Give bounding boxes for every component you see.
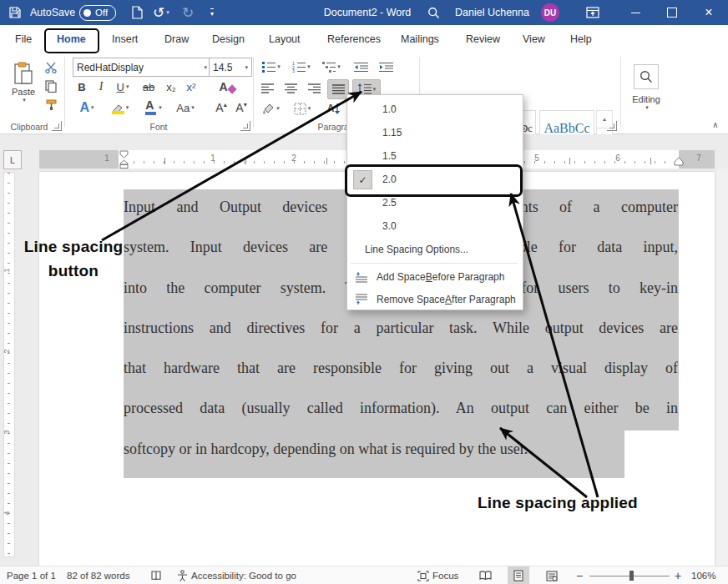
proofing-icon[interactable] [150,566,162,584]
change-case-button[interactable]: Aa▾ [170,98,200,117]
grow-arrow-icon: ▴ [224,101,227,108]
vertical-scrollbar[interactable] [716,169,728,566]
menu-item-2.0[interactable]: ✓ 2.0 [348,168,520,191]
word-count[interactable]: 82 of 82 words [67,566,129,584]
tab-review[interactable]: Review [464,25,502,53]
decrease-indent-button[interactable] [351,58,371,75]
shrink-font-button[interactable]: A▾ [232,98,250,117]
focus-button[interactable]: Focus [417,566,458,584]
sort-button[interactable]: A [322,100,346,117]
user-name[interactable]: Daniel Uchenna [455,0,529,25]
ruler-number: 1 [210,154,215,163]
accessibility-icon [177,570,188,581]
redo-button[interactable]: ↻ [182,0,194,25]
document-line: that hardware that are responsible for g… [124,348,678,388]
bullets-button[interactable]: ▾ [259,58,284,75]
zoom-slider-thumb[interactable] [629,571,634,581]
font-size-combo[interactable]: 14.5▾ [209,58,252,77]
remove-space-after-icon [355,294,368,305]
tab-view[interactable]: View [521,25,547,53]
font-color-button[interactable]: A ▾ [139,98,167,117]
font-name-value: RedHatDisplay [77,62,144,73]
paste-chevron-icon: ▾ [23,97,26,103]
italic-button[interactable]: I [94,78,109,95]
menu-item-2.5[interactable]: 2.5 [348,191,520,214]
tab-file[interactable]: File [13,25,33,53]
print-layout-button[interactable] [508,566,529,584]
text-effects-button[interactable]: A▾ [73,98,100,117]
web-layout-button[interactable] [541,566,563,584]
tab-stop-selector[interactable]: L [3,150,22,169]
menu-item-1.0[interactable]: 1.0 [348,98,520,121]
borders-button[interactable]: ▾ [289,100,316,117]
numbering-button[interactable]: 123▾ [289,58,314,75]
search-icon[interactable] [427,0,440,25]
underline-button[interactable]: U▾ [110,78,135,95]
save-icon[interactable] [8,0,22,25]
maximize-button[interactable] [658,0,686,25]
tab-references[interactable]: References [326,25,382,53]
vertical-ruler[interactable]: 1 2 3 4 [3,172,15,557]
format-painter-button[interactable] [42,97,60,112]
new-document-icon[interactable] [132,0,143,25]
right-indent-marker[interactable] [672,158,685,169]
align-right-button[interactable] [304,79,324,98]
subscript-button[interactable]: x₂ [162,78,180,95]
tab-mailings[interactable]: Mailings [399,25,441,53]
ribbon-display-options-icon[interactable] [586,0,599,25]
zoom-out-button[interactable]: − [576,566,583,584]
menu-item-remove-space-after[interactable]: Remove Space After Paragraph [348,288,520,311]
tab-insert[interactable]: Insert [110,25,139,53]
menu-item-add-space-before[interactable]: Add Space Before Paragraph [348,265,520,289]
shading-button[interactable]: ▾ [257,100,284,117]
tab-design[interactable]: Design [210,25,246,53]
highlight-button[interactable]: ▾ [105,98,134,117]
align-left-button[interactable] [257,79,277,98]
tab-help[interactable]: Help [569,25,594,53]
copy-button[interactable] [42,78,60,93]
grow-font-button[interactable]: A▴ [212,98,230,117]
tab-home[interactable]: Home [55,25,88,53]
annotation-line-spacing-applied: Line spacing applied [478,494,638,512]
avatar[interactable]: DU [541,0,559,25]
page-indicator[interactable]: Page 1 of 1 [7,566,56,584]
bold-button[interactable]: B [73,78,90,95]
zoom-level[interactable]: 106% [691,566,715,584]
multilevel-list-button[interactable]: ▾ [319,58,344,75]
multilevel-list-icon [322,61,336,73]
zoom-slider[interactable] [589,566,670,584]
editing-chevron-icon: ▾ [645,104,649,111]
bullets-chevron-icon: ▾ [277,63,281,70]
undo-button[interactable]: ↺▾ [153,0,169,25]
strikethrough-button[interactable]: ab [139,78,159,95]
align-center-button[interactable] [281,79,301,98]
align-right-icon [308,83,321,94]
menu-item-line-spacing-options[interactable]: Line Spacing Options... [348,238,520,261]
clear-formatting-button[interactable]: A [215,78,239,95]
read-mode-button[interactable] [474,566,496,584]
paste-button[interactable]: Paste ▾ [7,57,40,108]
increase-indent-button[interactable] [376,58,396,75]
menu-item-1.15[interactable]: 1.15 [348,121,520,144]
minimize-button[interactable] [621,0,650,25]
editing-button[interactable]: Editing ▾ [628,58,665,117]
menu-item-3.0[interactable]: 3.0 [348,214,520,238]
font-name-combo[interactable]: RedHatDisplay▾ [73,58,211,77]
styles-dialog-launcher[interactable] [607,121,617,131]
quick-access-more-icon[interactable]: ▾ [210,0,214,25]
cut-button[interactable] [42,60,60,75]
close-button[interactable]: × [695,0,723,25]
menu-item-1.5[interactable]: 1.5 [348,144,520,168]
zoom-in-button[interactable]: + [675,566,681,584]
clipboard-dialog-launcher[interactable] [52,121,62,131]
tab-layout[interactable]: Layout [267,25,302,53]
font-dialog-launcher[interactable] [240,121,250,131]
vruler-number: 2 [3,349,11,353]
accessibility-status[interactable]: Accessibility: Good to go [177,566,296,584]
collapse-ribbon-button[interactable]: ∧ [708,118,723,130]
superscript-button[interactable]: x² [182,78,200,95]
tab-draw[interactable]: Draw [163,25,190,53]
indent-markers[interactable] [117,150,132,169]
autosave-toggle[interactable]: Off [79,0,116,25]
font-name-chevron-icon: ▾ [204,64,207,71]
